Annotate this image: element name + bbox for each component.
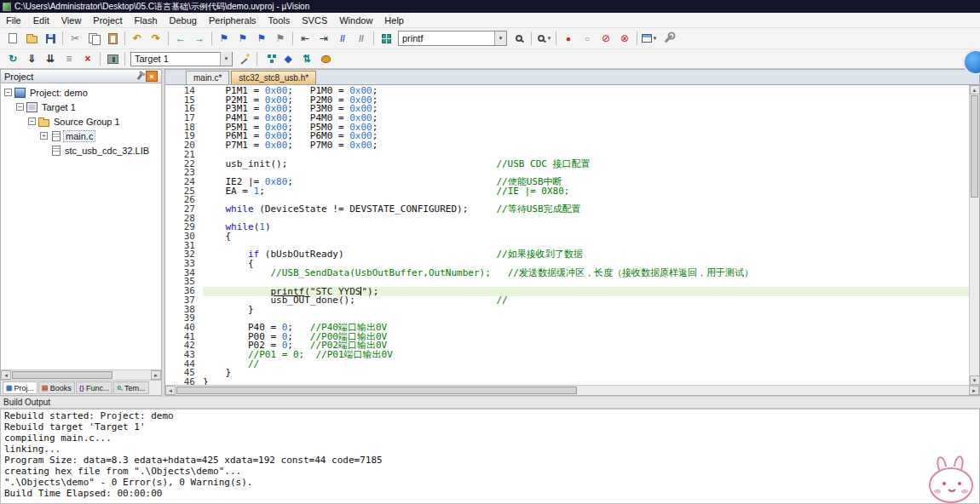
search-icon[interactable]: ▼ [535, 31, 552, 46]
menu-item-edit[interactable]: Edit [27, 14, 55, 26]
build-output[interactable]: Rebuild started: Project: demoRebuild ta… [0, 409, 980, 504]
editor-vscrollbar[interactable]: ▲ ▼ [969, 85, 979, 385]
open-file-icon[interactable] [23, 31, 40, 46]
scroll-right-icon[interactable]: ► [969, 386, 979, 395]
navigate-forward-icon[interactable]: → [191, 31, 208, 46]
code-line[interactable]: 34 //USB_SendData(UsbOutBuffer,OutNumber… [165, 269, 969, 278]
code-line[interactable]: 22 usb_init(); //USB CDC 接口配置 [165, 160, 969, 169]
clear-bookmarks-icon[interactable]: ⚑ [272, 31, 289, 46]
code-line[interactable]: 32 if (bUsbOutReady) //如果接收到了数据 [165, 250, 969, 260]
pack-installer-icon[interactable]: ⇅ [298, 51, 315, 66]
project-hscrollbar[interactable]: ◄ ► [1, 369, 161, 380]
cut-icon[interactable]: ✂ [66, 31, 84, 46]
prev-bookmark-icon[interactable]: ⚑ [234, 31, 251, 46]
editor-hscrollbar[interactable]: ◄ ► [165, 385, 979, 395]
disable-breakpoints-icon[interactable]: ⊘ [597, 31, 614, 46]
scroll-left-icon[interactable]: ◄ [165, 386, 176, 395]
code-line[interactable]: 29 while(1) [165, 223, 969, 232]
find-text[interactable]: printf [399, 33, 494, 43]
scrollbar-thumb[interactable] [12, 371, 112, 379]
close-panel-icon[interactable]: × [146, 71, 158, 82]
menu-item-project[interactable]: Project [87, 14, 128, 26]
code-text[interactable]: //P01 = 0; //P01端口输出0V [203, 351, 969, 360]
enable-breakpoint-icon[interactable]: ○ [579, 31, 596, 46]
scrollbar-thumb[interactable] [971, 95, 978, 198]
panel-tab-books[interactable]: ▤Books [38, 381, 75, 394]
tree-item-source-group-1[interactable]: −Source Group 1 [1, 114, 161, 129]
code-text[interactable] [203, 215, 969, 224]
code-view[interactable]: 14 P1M1 = 0x00; P1M0 = 0x00;15 P2M1 = 0x… [165, 85, 969, 385]
download-icon[interactable] [104, 51, 121, 66]
code-line[interactable]: 30 { [165, 232, 969, 242]
kill-breakpoints-icon[interactable]: ⊗ [616, 31, 633, 46]
stop-build-icon[interactable]: × [79, 51, 96, 66]
scrollbar-thumb[interactable] [176, 387, 577, 394]
manage-project-items-icon[interactable] [261, 51, 278, 66]
code-text[interactable]: // [203, 360, 969, 369]
new-file-icon[interactable] [4, 31, 21, 46]
configure-tools-icon[interactable] [660, 31, 677, 46]
panel-tab-func[interactable]: {}Func... [76, 381, 113, 394]
menu-item-svcs[interactable]: SVCS [296, 14, 333, 26]
paste-icon[interactable] [104, 31, 121, 46]
expander-icon[interactable]: − [28, 117, 36, 125]
rebuild-all-icon[interactable]: ⇊ [42, 51, 59, 66]
outdent-icon[interactable]: ⇤ [297, 31, 314, 46]
copy-icon[interactable] [85, 31, 102, 46]
find-combo[interactable]: printf ▼ [398, 31, 507, 46]
build-target-icon[interactable]: ⇓ [23, 51, 40, 66]
comment-icon[interactable]: // [334, 31, 351, 46]
redo-icon[interactable]: ↷ [147, 31, 164, 46]
tree-item-target-1[interactable]: −Target 1 [1, 100, 161, 114]
debug-icon[interactable] [317, 51, 334, 66]
code-line[interactable]: 27 while (DeviceState != DEVSTATE_CONFIG… [165, 205, 969, 215]
menu-item-tools[interactable]: Tools [262, 14, 297, 26]
code-text[interactable]: P7M1 = 0x00; P7M0 = 0x00; [203, 141, 969, 151]
code-line[interactable]: 20 P7M1 = 0x00; P7M0 = 0x00; [165, 141, 969, 151]
software-packs-icon[interactable]: ◆ [280, 51, 297, 66]
pin-icon[interactable] [134, 71, 146, 82]
code-text[interactable]: } [203, 306, 969, 315]
code-line[interactable]: 37 usb_OUT_done(); // [165, 296, 969, 306]
code-line[interactable]: 38 } [165, 306, 969, 315]
panel-tab-tem[interactable]: 0,Tem... [113, 381, 148, 394]
target-options-icon[interactable] [236, 51, 253, 66]
chevron-down-icon[interactable]: ▼ [547, 36, 552, 41]
uncomment-icon[interactable]: // [353, 31, 370, 46]
insert-breakpoint-icon[interactable]: ● [560, 31, 577, 46]
code-text[interactable]: } [203, 378, 969, 385]
tree-item-project-demo[interactable]: −Project: demo [1, 85, 161, 100]
code-text[interactable]: //USB_SendData(UsbOutBuffer,OutNumber); … [203, 269, 969, 278]
batch-build-icon[interactable]: ≡ [61, 51, 78, 66]
configure-find-icon[interactable] [378, 31, 395, 46]
editor-tab-stc32-stc8-usb-h[interactable]: stc32_stc8_usb.h* [231, 71, 316, 84]
panel-tab-proj[interactable]: ▦Proj... [3, 381, 37, 394]
code-line[interactable]: 25 EA = 1; //IE |= 0X80; [165, 187, 969, 197]
code-text[interactable]: usb_OUT_done(); // [203, 296, 969, 306]
code-text[interactable]: while (DeviceState != DEVSTATE_CONFIGURE… [203, 205, 969, 215]
editor-tab-main-c[interactable]: main.c* [186, 71, 229, 84]
chevron-down-icon[interactable]: ▼ [653, 36, 658, 41]
code-line[interactable]: 43 //P01 = 0; //P01端口输出0V [165, 351, 969, 360]
scroll-left-icon[interactable]: ◄ [1, 370, 11, 380]
scroll-up-icon[interactable]: ▲ [970, 85, 980, 94]
scroll-down-icon[interactable]: ▼ [970, 375, 980, 385]
menu-item-debug[interactable]: Debug [164, 14, 203, 26]
save-icon[interactable] [42, 31, 59, 46]
code-text[interactable]: usb_init(); //USB CDC 接口配置 [203, 160, 969, 169]
chevron-down-icon[interactable]: ▼ [494, 32, 506, 45]
menu-item-window[interactable]: Window [333, 14, 378, 26]
tree-item-main-c[interactable]: +main.c [1, 129, 161, 143]
menu-item-help[interactable]: Help [378, 14, 410, 26]
watch-window-icon[interactable]: ▼ [641, 31, 658, 46]
next-bookmark-icon[interactable]: ⚑ [253, 31, 270, 46]
find-in-files-icon[interactable] [510, 31, 527, 46]
menu-item-view[interactable]: View [55, 14, 88, 26]
target-name[interactable]: Target 1 [131, 54, 220, 64]
code-text[interactable]: while(1) [203, 223, 969, 232]
expander-icon[interactable]: − [4, 89, 12, 96]
tree-item-stc-usb-cdc-32-lib[interactable]: stc_usb_cdc_32.LIB [1, 143, 161, 158]
code-line[interactable]: 46} [165, 378, 969, 385]
chevron-down-icon[interactable]: ▼ [220, 52, 232, 66]
code-line[interactable]: 44 // [165, 360, 969, 369]
